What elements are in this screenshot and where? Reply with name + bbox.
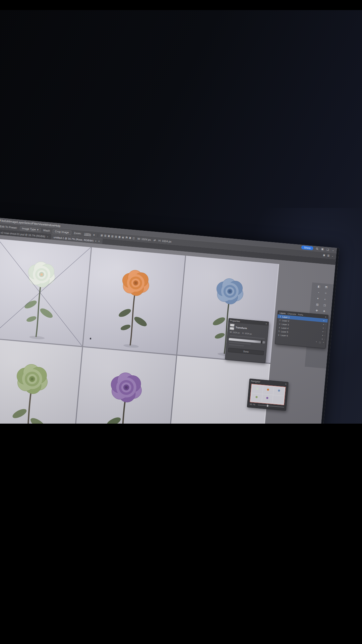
slider-handle[interactable] (261, 340, 263, 343)
width-field[interactable]: W: 1024 px (137, 237, 151, 241)
canvas-cell-mint-white-rose[interactable] (0, 239, 91, 346)
panel-icon[interactable]: ✦ (314, 297, 322, 301)
zoom-value[interactable]: 100% (84, 232, 91, 236)
navigator-mini-cell (262, 386, 274, 395)
properties-heading: Transform (235, 326, 247, 329)
chevron-down-icon[interactable]: ▾ (95, 240, 97, 243)
letterbox-bar-bottom (0, 424, 362, 644)
menu-item-file[interactable]: File (0, 219, 4, 222)
lock-icon[interactable]: ▫ (325, 331, 325, 333)
align-icon[interactable]: ▣ (129, 236, 131, 239)
workspace-icon[interactable]: ▣ (321, 248, 324, 251)
menu-item-help[interactable]: Help (54, 224, 60, 228)
chevron-down-icon[interactable]: ⌄ (331, 249, 335, 252)
panel-grid-icon[interactable]: ▥ (327, 254, 329, 257)
menu-item-image[interactable]: Image (9, 220, 17, 224)
align-icon[interactable]: ▩ (118, 235, 121, 238)
canvas-cell-orange-rose[interactable] (83, 247, 185, 355)
delete-layer-icon[interactable]: × (323, 341, 324, 344)
align-icon[interactable]: ▧ (111, 235, 114, 238)
swatch (230, 327, 234, 330)
layer-index: 2 (279, 319, 281, 322)
menu-item-window[interactable]: Window (44, 223, 55, 227)
chevron-down-icon[interactable]: ⌄ (331, 255, 334, 257)
visibility-eye-icon[interactable]: ● (323, 327, 324, 329)
tab-paths[interactable]: Paths (298, 313, 303, 316)
tab-channels[interactable]: Channels (288, 312, 296, 315)
lock-icon[interactable]: ▫ (325, 327, 326, 329)
close-icon[interactable]: ✕ (98, 240, 100, 243)
panel-icon[interactable]: ◳ (321, 304, 328, 307)
panel-icon[interactable]: ⬒ (322, 285, 330, 289)
panel-menu-icon[interactable]: ≡ (325, 316, 326, 318)
align-icon[interactable]: ▦ (108, 234, 110, 237)
navigator-mini-cell (274, 387, 285, 396)
add-layer-icon[interactable]: + (316, 341, 317, 343)
zoom-chevron-icon[interactable]: ▸ (94, 233, 95, 236)
lock-icon[interactable]: ▫ (324, 334, 325, 336)
tab-layers[interactable]: Layers (280, 312, 286, 314)
menu-item-filter[interactable]: Filter (32, 222, 39, 226)
align-icon[interactable]: ▤ (101, 234, 103, 237)
lock-icon[interactable]: ▫ (324, 338, 325, 340)
panel-icon[interactable]: ◔ (315, 291, 322, 294)
slider-handle[interactable] (267, 405, 268, 407)
lock-icon[interactable]: ▫ (326, 320, 326, 322)
layer-index: 1 (279, 315, 281, 318)
panel-icon[interactable]: ▤ (313, 303, 321, 307)
height-value[interactable]: H: 1024 px (242, 332, 252, 335)
layer-index: 4 (278, 326, 280, 329)
visibility-eye-icon[interactable]: ● (323, 319, 325, 321)
visibility-eye-icon[interactable]: ● (322, 330, 324, 332)
transform-guides (0, 239, 91, 346)
height-field[interactable]: H: 1024 px (158, 239, 171, 243)
zoom-label: Zoom: (74, 231, 81, 235)
layers-panel: Layers Channels Paths ≡ 1Layer 1●▫2Layer… (275, 310, 328, 348)
share-button[interactable]: Share (301, 246, 313, 250)
panel-icon[interactable]: ✚ (313, 309, 321, 313)
navigator-proxy-preview[interactable] (250, 384, 286, 405)
crop-image-button[interactable]: Crop Image (52, 229, 71, 235)
align-icon[interactable]: ▥ (104, 234, 106, 237)
menu-item-view[interactable]: View (38, 222, 45, 226)
align-icon[interactable]: ◫ (132, 237, 135, 240)
options-divider (98, 233, 98, 237)
lock-icon[interactable]: ▫ (325, 323, 326, 325)
options-right-icons: ▣ ▥ ⌄ (323, 254, 334, 258)
align-icon[interactable]: ⬒ (125, 236, 128, 239)
panel-icon[interactable]: ⌗ (322, 291, 329, 295)
align-icon[interactable]: ⬓ (122, 236, 124, 239)
panel-title: Properties (230, 319, 240, 323)
navigator-mini-rose (267, 389, 269, 391)
panel-icon[interactable]: ◐ (321, 298, 329, 301)
mode-label[interactable]: Wash (43, 229, 50, 232)
navigator-zoom-slider[interactable] (258, 405, 284, 408)
visibility-eye-icon[interactable]: ● (323, 323, 324, 325)
menu-item-edit[interactable]: Edit (4, 219, 9, 223)
close-icon[interactable]: ✕ (285, 383, 287, 385)
panel-icon[interactable]: ◧ (315, 285, 323, 288)
navigator-mini-rose (255, 396, 258, 398)
align-icon[interactable]: ▨ (115, 235, 117, 238)
new-group-icon[interactable]: ▢ (319, 341, 321, 343)
close-icon[interactable]: ✕ (265, 322, 267, 325)
panels-icon[interactable]: ❏ (326, 248, 329, 251)
navigator-mini-cell (273, 395, 284, 404)
panel-icon[interactable]: ❖ (320, 310, 328, 313)
layer-index: 5 (278, 330, 280, 333)
done-button[interactable]: Done (228, 348, 264, 355)
link-dimensions-icon[interactable]: ⇄ (154, 238, 156, 242)
mouse-cursor (90, 338, 91, 339)
width-value[interactable]: W: 1024 px (230, 331, 240, 334)
menu-item-layer[interactable]: Layer (17, 220, 24, 224)
close-icon[interactable]: × (47, 235, 49, 238)
menu-item-select[interactable]: Select (24, 221, 32, 225)
visibility-eye-icon[interactable]: ● (322, 334, 323, 336)
navigator-zoom-value[interactable]: 16.7% (249, 403, 255, 406)
swatch (230, 324, 235, 327)
workspace-switcher-icon[interactable]: ▣ (323, 254, 325, 257)
visibility-eye-icon[interactable]: ● (322, 338, 323, 340)
panel-title: Navigator (251, 380, 260, 383)
letterbox-bar-top (0, 0, 362, 10)
search-icon[interactable] (315, 247, 319, 251)
